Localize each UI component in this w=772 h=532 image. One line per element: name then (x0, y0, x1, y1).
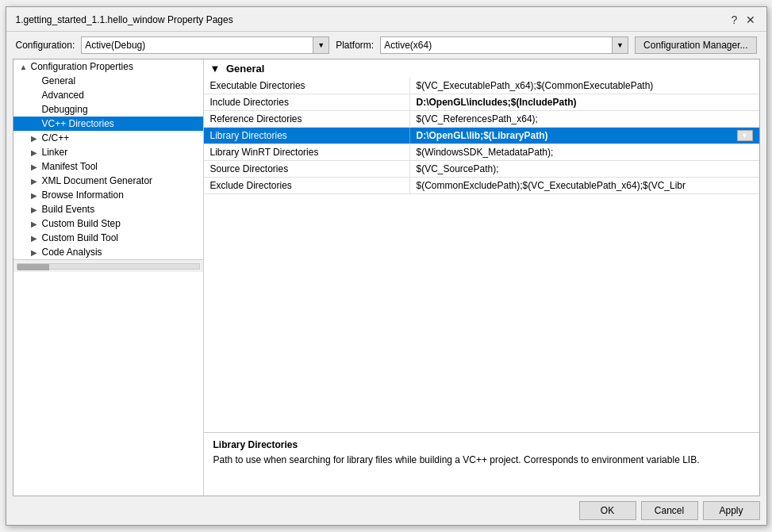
title-bar-controls: ? ✕ (728, 13, 757, 26)
config-row: Configuration: Active(Debug) ▼ Platform:… (6, 32, 766, 59)
prop-value-text-exclude-dirs: $(CommonExcludePath);$(VC_ExecutablePath… (417, 180, 753, 191)
prop-name-lib-dirs: Library Directories (204, 128, 410, 144)
tree-label-linker: Linker (42, 147, 68, 158)
prop-value-include-dirs: D:\OpenGL\includes;$(IncludePath) (410, 94, 759, 110)
section-label: General (226, 63, 264, 75)
main-content: ▲Configuration PropertiesGeneralAdvanced… (13, 59, 760, 496)
prop-name-ref-dirs: Reference Directories (204, 111, 410, 127)
prop-value-text-exec-dirs: $(VC_ExecutablePath_x64);$(CommonExecuta… (417, 80, 753, 91)
description-panel: Library Directories Path to use when sea… (204, 432, 759, 496)
apply-button[interactable]: Apply (703, 501, 760, 520)
cancel-button[interactable]: Cancel (641, 501, 698, 520)
tree-label-build-events: Build Events (42, 204, 95, 215)
prop-value-source-dirs: $(VC_SourcePath); (410, 161, 759, 177)
tree-expand-custom-build-step: ▶ (31, 220, 42, 228)
tree-label-custom-build-tool: Custom Build Tool (42, 232, 119, 243)
platform-label: Platform: (336, 40, 374, 51)
tree-expand-cpp: ▶ (31, 134, 42, 143)
tree-item-debugging[interactable]: Debugging (13, 102, 203, 117)
prop-dropdown-btn-lib-dirs[interactable]: ▼ (737, 130, 753, 141)
tree-label-config-properties: Configuration Properties (31, 61, 133, 72)
tree-expand-build-events: ▶ (31, 205, 42, 214)
prop-value-text-ref-dirs: $(VC_ReferencesPath_x64); (417, 113, 753, 124)
title-bar: 1.getting_started_1.1.hello_window Prope… (6, 7, 766, 32)
property-section-header: ▼ General (204, 59, 759, 78)
tree-item-custom-build-step[interactable]: ▶Custom Build Step (13, 216, 203, 231)
tree-expand-code-analysis: ▶ (31, 248, 42, 257)
close-button[interactable]: ✕ (744, 13, 757, 26)
tree-label-vc-directories: VC++ Directories (42, 118, 114, 129)
prop-row-exec-dirs[interactable]: Executable Directories$(VC_ExecutablePat… (204, 78, 759, 94)
right-panel: ▼ General Executable Directories$(VC_Exe… (204, 59, 759, 496)
prop-name-exec-dirs: Executable Directories (204, 78, 410, 94)
tree-item-general[interactable]: General (13, 74, 203, 88)
tree-label-manifest-tool: Manifest Tool (42, 161, 98, 172)
prop-row-lib-dirs[interactable]: Library DirectoriesD:\OpenGL\lib;$(Libra… (204, 128, 759, 144)
config-manager-button[interactable]: Configuration Manager... (635, 36, 756, 54)
platform-select[interactable]: Active(x64) (380, 36, 613, 54)
config-dropdown-arrow[interactable]: ▼ (313, 36, 329, 54)
tree-label-cpp: C/C++ (42, 132, 70, 144)
prop-value-lib-winrt-dirs: $(WindowsSDK_MetadataPath); (410, 144, 759, 160)
tree-expand-manifest-tool: ▶ (31, 163, 42, 171)
prop-value-ref-dirs: $(VC_ReferencesPath_x64); (410, 111, 759, 127)
scrollbar-track[interactable] (17, 263, 200, 270)
help-button[interactable]: ? (728, 13, 741, 26)
tree-item-custom-build-tool[interactable]: ▶Custom Build Tool (13, 231, 203, 245)
tree-expand-xml-doc-gen: ▶ (31, 177, 42, 186)
description-text: Path to use when searching for library f… (213, 454, 750, 467)
tree-item-config-properties[interactable]: ▲Configuration Properties (13, 59, 203, 74)
config-select-group: Active(Debug) ▼ (81, 36, 329, 54)
prop-row-exclude-dirs[interactable]: Exclude Directories$(CommonExcludePath);… (204, 178, 759, 194)
description-title: Library Directories (213, 439, 750, 450)
left-panel-scrollbar[interactable] (13, 259, 203, 272)
prop-value-exclude-dirs: $(CommonExcludePath);$(VC_ExecutablePath… (410, 178, 759, 193)
prop-value-text-source-dirs: $(VC_SourcePath); (417, 163, 753, 174)
tree-expand-linker: ▶ (31, 148, 42, 157)
tree-label-code-analysis: Code Analysis (42, 247, 102, 258)
section-expand-icon: ▼ (210, 63, 221, 75)
tree-label-xml-doc-gen: XML Document Generator (42, 175, 153, 186)
prop-name-lib-winrt-dirs: Library WinRT Directories (204, 144, 410, 160)
tree-label-custom-build-step: Custom Build Step (42, 218, 121, 229)
tree-item-code-analysis[interactable]: ▶Code Analysis (13, 245, 203, 259)
bottom-row: OK Cancel Apply (6, 496, 766, 525)
tree-item-vc-directories[interactable]: VC++ Directories (13, 117, 203, 131)
prop-name-source-dirs: Source Directories (204, 161, 410, 177)
tree-item-manifest-tool[interactable]: ▶Manifest Tool (13, 159, 203, 174)
tree-item-browse-info[interactable]: ▶Browse Information (13, 188, 203, 202)
tree-label-browse-info: Browse Information (42, 189, 124, 201)
prop-value-text-lib-winrt-dirs: $(WindowsSDK_MetadataPath); (417, 147, 753, 158)
tree-item-xml-doc-gen[interactable]: ▶XML Document Generator (13, 174, 203, 188)
prop-value-exec-dirs: $(VC_ExecutablePath_x64);$(CommonExecuta… (410, 78, 759, 94)
tree-item-advanced[interactable]: Advanced (13, 88, 203, 102)
platform-select-group: Active(x64) ▼ (380, 36, 628, 54)
prop-row-ref-dirs[interactable]: Reference Directories$(VC_ReferencesPath… (204, 111, 759, 128)
prop-row-lib-winrt-dirs[interactable]: Library WinRT Directories$(WindowsSDK_Me… (204, 144, 759, 161)
prop-value-text-include-dirs: D:\OpenGL\includes;$(IncludePath) (417, 97, 753, 108)
ok-button[interactable]: OK (579, 501, 636, 520)
property-table: Executable Directories$(VC_ExecutablePat… (204, 78, 759, 432)
config-label: Configuration: (16, 40, 75, 51)
tree-expand-config-properties: ▲ (20, 63, 31, 71)
scrollbar-thumb[interactable] (17, 264, 49, 270)
platform-dropdown-arrow[interactable]: ▼ (613, 36, 628, 54)
config-select[interactable]: Active(Debug) (81, 36, 313, 54)
prop-value-text-lib-dirs: D:\OpenGL\lib;$(LibraryPath) (417, 130, 737, 141)
tree-expand-browse-info: ▶ (31, 191, 42, 200)
tree-label-general: General (42, 75, 76, 86)
left-panel: ▲Configuration PropertiesGeneralAdvanced… (13, 59, 204, 496)
prop-name-exclude-dirs: Exclude Directories (204, 178, 410, 193)
tree-label-debugging: Debugging (42, 104, 88, 115)
tree-label-advanced: Advanced (42, 90, 84, 101)
property-pages-dialog: 1.getting_started_1.1.hello_window Prope… (6, 6, 767, 526)
tree-expand-custom-build-tool: ▶ (31, 234, 42, 243)
tree-item-cpp[interactable]: ▶C/C++ (13, 131, 203, 145)
prop-name-include-dirs: Include Directories (204, 94, 410, 110)
tree-item-build-events[interactable]: ▶Build Events (13, 202, 203, 216)
config-value: Active(Debug) (85, 40, 145, 51)
prop-row-include-dirs[interactable]: Include DirectoriesD:\OpenGL\includes;$(… (204, 94, 759, 111)
tree-item-linker[interactable]: ▶Linker (13, 145, 203, 159)
prop-row-source-dirs[interactable]: Source Directories$(VC_SourcePath); (204, 161, 759, 178)
prop-value-lib-dirs[interactable]: D:\OpenGL\lib;$(LibraryPath)▼ (410, 128, 759, 144)
